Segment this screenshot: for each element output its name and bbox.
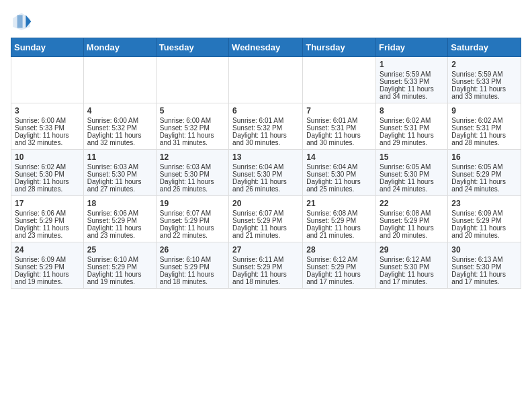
sunrise-text: Sunrise: 6:09 AM [451, 210, 517, 217]
calendar-cell: 3Sunrise: 6:00 AMSunset: 5:33 PMDaylight… [11, 103, 84, 150]
calendar-week-row: 10Sunrise: 6:02 AMSunset: 5:30 PMDayligh… [11, 150, 521, 196]
day-number: 8 [380, 106, 444, 116]
calendar-cell: 24Sunrise: 6:09 AMSunset: 5:29 PMDayligh… [11, 242, 84, 289]
calendar-cell: 14Sunrise: 6:04 AMSunset: 5:30 PMDayligh… [303, 150, 376, 196]
sunrise-text: Sunrise: 6:06 AM [15, 210, 80, 217]
calendar-cell: 25Sunrise: 6:10 AMSunset: 5:29 PMDayligh… [83, 242, 156, 289]
sunrise-text: Sunrise: 6:09 AM [15, 256, 80, 263]
sunrise-text: Sunrise: 6:05 AM [451, 163, 517, 171]
col-header-wednesday: Wednesday [229, 38, 303, 57]
sunrise-text: Sunrise: 6:08 AM [306, 210, 372, 217]
sunset-text: Sunset: 5:30 PM [160, 171, 225, 178]
daylight-text: Daylight: 11 hours and 20 minutes. [380, 224, 444, 239]
day-number: 1 [380, 60, 444, 69]
calendar-cell [303, 57, 376, 103]
calendar-week-row: 1Sunrise: 5:59 AMSunset: 5:33 PMDaylight… [11, 57, 521, 103]
day-number: 27 [232, 245, 299, 255]
daylight-text: Daylight: 11 hours and 23 minutes. [15, 224, 80, 239]
day-number: 14 [306, 152, 372, 162]
sunset-text: Sunset: 5:29 PM [451, 171, 517, 178]
sunset-text: Sunset: 5:32 PM [87, 124, 152, 132]
day-number: 17 [15, 199, 80, 208]
calendar-table: SundayMondayTuesdayWednesdayThursdayFrid… [11, 38, 521, 289]
calendar-header-row: SundayMondayTuesdayWednesdayThursdayFrid… [11, 38, 521, 57]
calendar-cell: 16Sunrise: 6:05 AMSunset: 5:29 PMDayligh… [448, 150, 521, 196]
sunset-text: Sunset: 5:30 PM [451, 263, 517, 271]
sunset-text: Sunset: 5:29 PM [15, 263, 80, 271]
day-number: 12 [160, 152, 225, 162]
sunrise-text: Sunrise: 6:10 AM [160, 256, 225, 263]
sunset-text: Sunset: 5:29 PM [232, 217, 299, 224]
day-number: 10 [15, 152, 80, 162]
sunset-text: Sunset: 5:29 PM [306, 263, 372, 271]
sunrise-text: Sunrise: 6:02 AM [380, 117, 444, 124]
sunrise-text: Sunrise: 6:10 AM [87, 256, 152, 263]
daylight-text: Daylight: 11 hours and 22 minutes. [160, 224, 225, 239]
calendar-cell: 10Sunrise: 6:02 AMSunset: 5:30 PMDayligh… [11, 150, 84, 196]
sunset-text: Sunset: 5:29 PM [232, 263, 299, 271]
sunset-text: Sunset: 5:33 PM [451, 78, 517, 85]
day-number: 30 [451, 245, 517, 255]
sunrise-text: Sunrise: 6:00 AM [15, 117, 80, 124]
calendar-cell: 12Sunrise: 6:03 AMSunset: 5:30 PMDayligh… [156, 150, 228, 196]
sunrise-text: Sunrise: 6:02 AM [15, 163, 80, 171]
col-header-thursday: Thursday [303, 38, 376, 57]
daylight-text: Daylight: 11 hours and 21 minutes. [306, 224, 372, 239]
daylight-text: Daylight: 11 hours and 26 minutes. [160, 178, 225, 193]
calendar-cell [11, 57, 84, 103]
calendar-cell: 27Sunrise: 6:11 AMSunset: 5:29 PMDayligh… [229, 242, 303, 289]
day-number: 22 [380, 199, 444, 208]
calendar-cell: 23Sunrise: 6:09 AMSunset: 5:29 PMDayligh… [448, 196, 521, 242]
calendar-cell: 22Sunrise: 6:08 AMSunset: 5:29 PMDayligh… [376, 196, 448, 242]
sunrise-text: Sunrise: 6:05 AM [380, 163, 444, 171]
day-number: 13 [232, 152, 299, 162]
sunset-text: Sunset: 5:30 PM [306, 171, 372, 178]
day-number: 28 [306, 245, 372, 255]
daylight-text: Daylight: 11 hours and 17 minutes. [380, 271, 444, 285]
calendar-cell: 17Sunrise: 6:06 AMSunset: 5:29 PMDayligh… [11, 196, 84, 242]
daylight-text: Daylight: 11 hours and 19 minutes. [15, 271, 80, 285]
daylight-text: Daylight: 11 hours and 32 minutes. [15, 132, 80, 146]
sunset-text: Sunset: 5:33 PM [15, 124, 80, 132]
calendar-week-row: 3Sunrise: 6:00 AMSunset: 5:33 PMDaylight… [11, 103, 521, 150]
logo-icon [11, 11, 32, 32]
daylight-text: Daylight: 11 hours and 24 minutes. [451, 178, 517, 193]
day-number: 7 [306, 106, 372, 116]
day-number: 19 [160, 199, 225, 208]
day-number: 18 [87, 199, 152, 208]
sunset-text: Sunset: 5:32 PM [160, 124, 225, 132]
sunrise-text: Sunrise: 6:11 AM [232, 256, 299, 263]
daylight-text: Daylight: 11 hours and 20 minutes. [451, 224, 517, 239]
sunset-text: Sunset: 5:30 PM [380, 171, 444, 178]
sunset-text: Sunset: 5:33 PM [380, 78, 444, 85]
col-header-saturday: Saturday [448, 38, 521, 57]
daylight-text: Daylight: 11 hours and 21 minutes. [232, 224, 299, 239]
sunrise-text: Sunrise: 6:07 AM [232, 210, 299, 217]
page-header [11, 11, 521, 32]
daylight-text: Daylight: 11 hours and 17 minutes. [306, 271, 372, 285]
sunrise-text: Sunrise: 6:03 AM [160, 163, 225, 171]
calendar-cell: 20Sunrise: 6:07 AMSunset: 5:29 PMDayligh… [229, 196, 303, 242]
sunrise-text: Sunrise: 6:12 AM [380, 256, 444, 263]
sunset-text: Sunset: 5:29 PM [380, 217, 444, 224]
sunset-text: Sunset: 5:29 PM [87, 263, 152, 271]
day-number: 24 [15, 245, 80, 255]
sunset-text: Sunset: 5:31 PM [380, 124, 444, 132]
day-number: 5 [160, 106, 225, 116]
sunrise-text: Sunrise: 6:01 AM [306, 117, 372, 124]
sunset-text: Sunset: 5:29 PM [306, 217, 372, 224]
daylight-text: Daylight: 11 hours and 19 minutes. [87, 271, 152, 285]
calendar-cell: 19Sunrise: 6:07 AMSunset: 5:29 PMDayligh… [156, 196, 228, 242]
daylight-text: Daylight: 11 hours and 34 minutes. [380, 85, 444, 100]
col-header-friday: Friday [376, 38, 448, 57]
day-number: 21 [306, 199, 372, 208]
day-number: 23 [451, 199, 517, 208]
calendar-cell: 5Sunrise: 6:00 AMSunset: 5:32 PMDaylight… [156, 103, 228, 150]
day-number: 11 [87, 152, 152, 162]
sunrise-text: Sunrise: 6:01 AM [232, 117, 299, 124]
calendar-cell: 13Sunrise: 6:04 AMSunset: 5:30 PMDayligh… [229, 150, 303, 196]
day-number: 29 [380, 245, 444, 255]
sunset-text: Sunset: 5:32 PM [232, 124, 299, 132]
sunset-text: Sunset: 5:30 PM [380, 263, 444, 271]
day-number: 20 [232, 199, 299, 208]
